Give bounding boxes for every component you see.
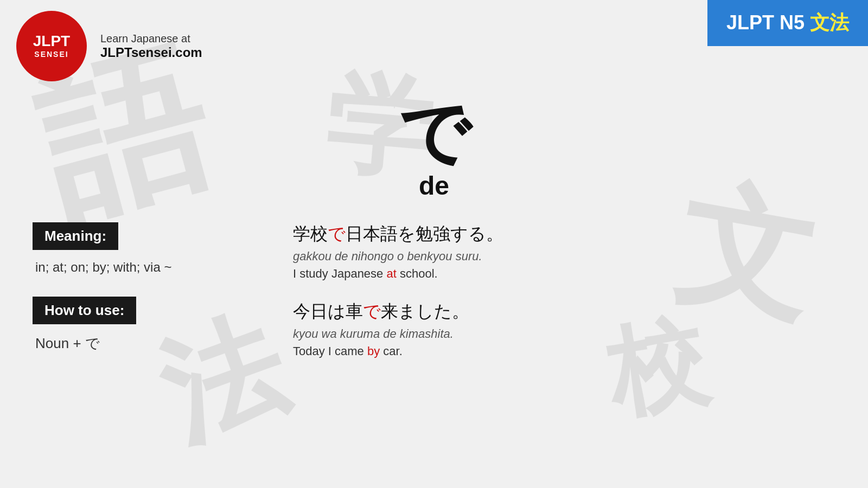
logo-sensei: SENSEI [33,50,70,59]
example-2-highlight: で [363,301,381,321]
example-1-english: I study Japanese at school. [293,267,835,281]
example-2-romaji: kyou wa kuruma de kimashita. [293,327,835,341]
example-1: 学校で日本語を勉強する。 gakkou de nihongo o benkyou… [293,222,835,281]
main-romaji: de [0,171,868,201]
example-1-en-highlight: at [386,267,396,280]
example-2: 今日は車で来ました。 kyou wa kuruma de kimashita. … [293,300,835,358]
top-badge: JLPT N5 文法 [707,0,868,46]
right-panel: 学校で日本語を勉強する。 gakkou de nihongo o benkyou… [293,222,835,377]
logo-text: JLPT SENSEI [33,34,70,59]
logo-jlpt: JLPT [33,34,70,49]
bottom-section: Meaning: in; at; on; by; with; via ~ How… [0,211,868,388]
badge-text: JLPT N5 文法 [726,11,849,34]
meaning-label: Meaning: [33,222,118,250]
example-2-english: Today I came by car. [293,344,835,358]
tagline-site: JLPTsensei.com [100,45,202,60]
left-panel: Meaning: in; at; on; by; with; via ~ How… [33,222,250,377]
center-char-display: で de [0,98,868,201]
main-container: JLPT SENSEI Learn Japanese at JLPTsensei… [0,0,868,488]
tagline-learn: Learn Japanese at [100,33,202,45]
how-to-use-formula: Noun + で [33,334,250,353]
formula-japanese: で [85,335,100,351]
example-2-en-highlight: by [367,344,380,358]
example-1-romaji: gakkou de nihongo o benkyou suru. [293,249,835,264]
main-hiragana: で [0,98,868,168]
logo: JLPT SENSEI [16,11,87,81]
meaning-text: in; at; on; by; with; via ~ [33,260,250,275]
example-1-japanese: 学校で日本語を勉強する。 [293,222,835,246]
header-tagline: Learn Japanese at JLPTsensei.com [100,33,202,60]
header: JLPT SENSEI Learn Japanese at JLPTsensei… [0,0,868,92]
example-2-japanese: 今日は車で来ました。 [293,300,835,324]
example-1-highlight: で [328,224,346,243]
how-to-use-label: How to use: [33,297,136,324]
